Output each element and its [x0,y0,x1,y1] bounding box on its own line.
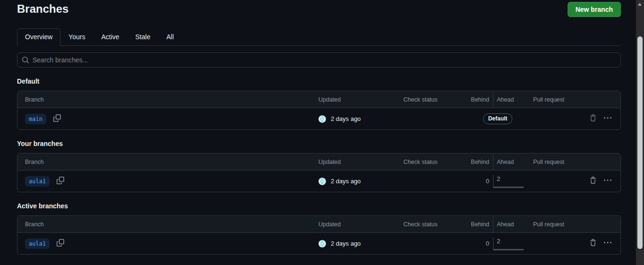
column-header-branch: Branch [17,91,318,108]
copy-branch-name-button[interactable] [53,114,61,123]
scroll-up-arrow-icon[interactable] [638,3,642,6]
pull-request-cell [531,108,587,129]
branch-row-aula1: aula1 2 days ago 0 2 [17,233,620,254]
behind-count: 0 [465,178,493,185]
column-header-behind-ahead: Behind Ahead [465,154,531,170]
table-header-row: Branch Updated Check status Behind Ahead… [17,216,620,233]
column-header-branch: Branch [17,216,318,232]
column-header-check-status: Check status [403,216,465,232]
pull-request-cell [531,233,587,254]
ahead-count: 2 [497,175,500,182]
delete-branch-button[interactable] [589,114,597,123]
page-title: Branches [17,2,68,16]
updated-time-link[interactable]: 2 days ago [331,115,361,122]
row-actions [587,233,620,254]
copy-icon [57,239,64,248]
branch-name-link[interactable]: aula1 [25,176,50,187]
column-header-actions [587,216,620,232]
updated-cell: 2 days ago [318,233,403,254]
tab-active[interactable]: Active [93,28,127,46]
column-header-behind-ahead: Behind Ahead [465,91,531,108]
scrollbar-thumb[interactable] [637,36,643,249]
default-branch-badge: Default [483,113,513,124]
column-header-behind-ahead: Behind Ahead [465,216,531,232]
branch-more-options-button[interactable] [604,114,611,123]
delete-branch-button[interactable] [589,239,597,248]
column-header-pull-request: Pull request [531,91,587,108]
section-heading-default: Default [17,77,621,85]
branch-more-options-button[interactable] [604,177,611,186]
new-branch-button[interactable]: New branch [568,2,621,17]
column-header-branch: Branch [17,154,318,170]
trash-icon [589,239,597,248]
tab-yours[interactable]: Yours [60,28,93,46]
tab-overview[interactable]: Overview [17,28,60,46]
ahead-bar [493,249,524,250]
column-header-check-status: Check status [403,154,465,170]
search-branches-input[interactable] [17,52,621,68]
branch-cell: aula1 [17,233,318,254]
behind-ahead-cell: 0 2 [465,171,531,192]
behind-count: 0 [465,240,493,247]
column-header-ahead: Ahead [493,91,531,108]
pull-request-cell [531,171,587,192]
behind-ahead-cell: Default [465,108,531,129]
branch-cell: aula1 [17,171,318,192]
author-avatar-link[interactable] [318,115,326,123]
updated-time-link[interactable]: 2 days ago [331,178,361,185]
column-header-behind: Behind [465,91,493,108]
branch-name-link[interactable]: aula1 [25,239,50,249]
column-header-behind: Behind [465,154,493,170]
column-header-ahead: Ahead [493,216,531,232]
copy-branch-name-button[interactable] [57,177,64,186]
branch-name-link[interactable]: main [25,114,46,124]
check-status-cell [403,171,465,192]
active-branches-table: Branch Updated Check status Behind Ahead… [17,215,621,255]
kebab-horizontal-icon [604,239,611,248]
tab-stale[interactable]: Stale [127,28,159,46]
section-heading-your-branches: Your branches [17,140,621,147]
column-header-check-status: Check status [403,91,465,108]
updated-cell: 2 days ago [318,171,403,192]
column-header-updated: Updated [318,216,403,232]
ahead-count-wrap: 2 [493,175,531,188]
branch-more-options-button[interactable] [604,239,611,248]
user-avatar [318,115,326,123]
author-avatar-link[interactable] [318,240,326,248]
check-status-cell [403,233,465,254]
copy-icon [53,114,61,123]
copy-branch-name-button[interactable] [57,239,64,248]
branch-cell: main [17,108,318,129]
column-header-actions [587,91,620,108]
ahead-count: 2 [497,238,500,245]
column-header-actions [587,154,620,170]
ahead-bar [493,187,524,188]
column-header-pull-request: Pull request [531,216,587,232]
row-actions [587,108,620,129]
column-header-pull-request: Pull request [531,154,587,170]
check-status-cell [403,108,465,129]
your-branches-table: Branch Updated Check status Behind Ahead… [17,153,621,192]
updated-cell: 2 days ago [318,108,403,129]
author-avatar-link[interactable] [318,178,326,185]
ahead-count-wrap: 2 [493,237,531,250]
kebab-horizontal-icon [604,177,611,186]
delete-branch-button[interactable] [589,177,597,186]
copy-icon [57,177,64,186]
row-actions [587,171,620,192]
trash-icon [589,114,597,123]
trash-icon [589,177,597,186]
updated-time-link[interactable]: 2 days ago [331,240,361,247]
table-header-row: Branch Updated Check status Behind Ahead… [17,154,620,171]
user-avatar [318,240,326,248]
column-header-updated: Updated [318,91,403,108]
search-branches [17,52,621,68]
branches-page: Branches New branch Overview Yours Activ… [17,0,621,255]
column-header-behind: Behind [465,216,493,232]
default-branch-table: Branch Updated Check status Behind Ahead… [17,91,621,130]
section-heading-active-branches: Active branches [17,202,621,210]
vertical-scrollbar[interactable] [636,0,644,265]
tab-all[interactable]: All [159,28,182,46]
branches-tabnav: Overview Yours Active Stale All [17,28,621,46]
user-avatar [318,178,326,185]
